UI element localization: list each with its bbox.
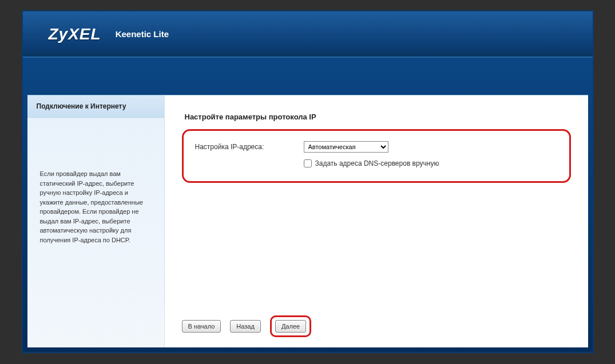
sidebar: Подключение к Интернету Если провайдер в… xyxy=(27,95,165,347)
restart-button[interactable]: В начало xyxy=(182,320,221,333)
dns-manual-label: Задать адреса DNS-серверов вручную xyxy=(315,159,439,167)
screenshot-frame: ZyXEL Keenetic Lite Подключение к Интерн… xyxy=(0,0,615,364)
router-admin-panel: ZyXEL Keenetic Lite Подключение к Интерн… xyxy=(22,10,594,353)
main-content: Настройте параметры протокола IP Настрой… xyxy=(165,95,588,347)
next-button[interactable]: Далее xyxy=(275,320,306,333)
dns-manual-row: Задать адреса DNS-серверов вручную xyxy=(304,159,558,167)
main-heading: Настройте параметры протокола IP xyxy=(185,113,571,121)
content-card: Подключение к Интернету Если провайдер в… xyxy=(27,95,588,347)
header-bar: ZyXEL Keenetic Lite xyxy=(23,11,593,57)
ip-config-select[interactable]: Автоматическая xyxy=(304,141,388,153)
highlight-next-button: Далее xyxy=(270,315,311,337)
wizard-tab-internet[interactable]: Подключение к Интернету xyxy=(27,95,164,118)
brand-logo: ZyXEL xyxy=(49,25,101,43)
dns-manual-checkbox[interactable] xyxy=(304,159,312,167)
ip-config-row: Настройка IP-адреса: Автоматическая xyxy=(195,141,558,153)
highlight-form-area: Настройка IP-адреса: Автоматическая Зада… xyxy=(182,129,571,183)
back-button[interactable]: Назад xyxy=(230,320,261,333)
product-name: Keenetic Lite xyxy=(116,29,169,39)
header-rule xyxy=(23,57,593,58)
sidebar-help-text: Если провайдер выдал вам статический IP-… xyxy=(27,118,164,256)
spacer-band xyxy=(23,58,593,95)
wizard-footer-buttons: В начало Назад Далее xyxy=(182,310,571,341)
ip-config-label: Настройка IP-адреса: xyxy=(195,143,304,151)
